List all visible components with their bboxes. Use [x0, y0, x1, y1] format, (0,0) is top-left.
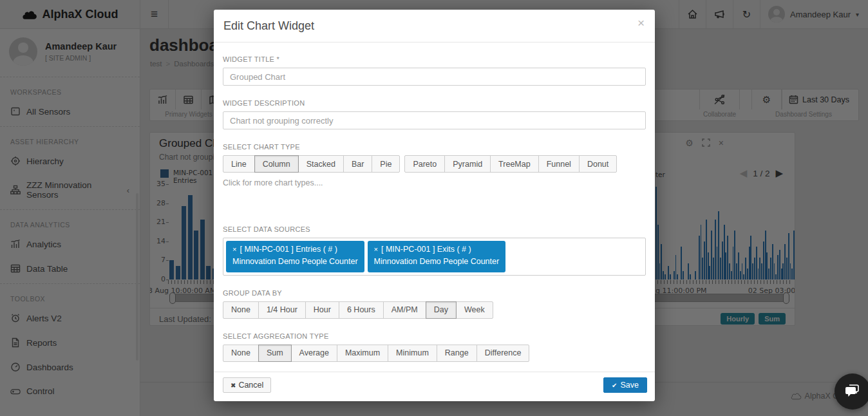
widget-description-label: WIDGET DESCRIPTION	[223, 99, 646, 107]
chart-type-button-donut[interactable]: Donut	[579, 155, 617, 173]
widget-title-label: WIDGET TITLE *	[223, 55, 646, 63]
modal-title: Edit Chart Widget	[223, 19, 314, 33]
chart-type-label: SELECT CHART TYPE	[223, 143, 646, 151]
group-by-button-am-pm[interactable]: AM/PM	[383, 301, 426, 319]
chart-type-button-pie[interactable]: Pie	[372, 155, 400, 173]
aggregation-button-maximum[interactable]: Maximum	[337, 345, 388, 362]
data-sources-select[interactable]: ×[ MIN-PC-001 ] Entries ( # ) Minnovatio…	[223, 238, 646, 276]
chat-launcher-button[interactable]	[835, 373, 868, 410]
data-sources-label: SELECT DATA SOURCES	[223, 225, 646, 233]
group-by-button-day[interactable]: Day	[426, 301, 457, 319]
chart-type-button-treemap[interactable]: TreeMap	[490, 155, 539, 173]
group-by-button-1-4-hour[interactable]: 1/4 Hour	[258, 301, 306, 319]
group-by-button-row: None1/4 HourHour6 HoursAM/PMDayWeek	[223, 301, 646, 319]
save-check-icon: ✔	[612, 382, 617, 389]
remove-tag-icon[interactable]: ×	[374, 245, 378, 253]
spacer	[223, 187, 646, 212]
chart-type-button-line[interactable]: Line	[223, 155, 255, 173]
group-by-button-6-hours[interactable]: 6 Hours	[339, 301, 384, 319]
chat-bubble-icon	[844, 383, 862, 400]
chart-type-button-funnel[interactable]: Funnel	[538, 155, 580, 173]
group-by-button-none[interactable]: None	[223, 301, 259, 319]
chart-type-button-stacked[interactable]: Stacked	[298, 155, 344, 173]
chart-type-group-1: LineColumnStackedBarPie	[223, 155, 400, 173]
cancel-x-icon: ✖	[231, 382, 236, 389]
remove-tag-icon[interactable]: ×	[232, 245, 236, 253]
aggregation-button-minimum[interactable]: Minimum	[388, 345, 437, 362]
save-button[interactable]: ✔ Save	[603, 377, 647, 393]
app-root: AlphaX Cloud ≡ ↻ Amandeep Kaur ▾ Amandee…	[0, 0, 868, 416]
aggregation-button-sum[interactable]: Sum	[258, 345, 292, 362]
aggregation-group: NoneSumAverageMaximumMinimumRangeDiffere…	[223, 345, 529, 362]
chart-type-button-bar[interactable]: Bar	[343, 155, 372, 173]
more-chart-types-link[interactable]: Click for more chart types....	[223, 178, 646, 187]
aggregation-button-row: NoneSumAverageMaximumMinimumRangeDiffere…	[223, 345, 646, 362]
group-by-group: None1/4 HourHour6 HoursAM/PMDayWeek	[223, 301, 493, 319]
widget-description-input[interactable]	[223, 111, 646, 129]
modal-body: WIDGET TITLE * WIDGET DESCRIPTION SELECT…	[214, 55, 655, 362]
aggregation-button-range[interactable]: Range	[437, 345, 477, 362]
widget-title-input[interactable]	[223, 68, 646, 86]
group-by-label: GROUP DATA BY	[223, 289, 646, 297]
group-by-button-week[interactable]: Week	[456, 301, 493, 319]
aggregation-button-difference[interactable]: Difference	[476, 345, 530, 362]
aggregation-button-average[interactable]: Average	[291, 345, 337, 362]
chart-type-button-column[interactable]: Column	[254, 155, 299, 173]
chart-type-group-2: ParetoPyramidTreeMapFunnelDonut	[404, 155, 617, 173]
modal-close-icon[interactable]: ×	[637, 16, 645, 30]
cancel-button[interactable]: ✖ Cancel	[223, 377, 271, 393]
edit-chart-widget-modal: Edit Chart Widget × WIDGET TITLE * WIDGE…	[214, 10, 655, 401]
group-by-button-hour[interactable]: Hour	[305, 301, 339, 319]
modal-header: Edit Chart Widget ×	[214, 10, 655, 43]
aggregation-button-none[interactable]: None	[223, 345, 259, 362]
aggregation-label: SELECT AGGREGATION TYPE	[223, 332, 646, 340]
chart-type-button-pareto[interactable]: Pareto	[404, 155, 445, 173]
modal-footer: ✖ Cancel ✔ Save	[214, 372, 655, 401]
chart-type-button-row: LineColumnStackedBarPie ParetoPyramidTre…	[223, 155, 646, 173]
chart-type-button-pyramid[interactable]: Pyramid	[444, 155, 491, 173]
data-source-tag: ×[ MIN-PC-001 ] Entries ( # ) Minnovatio…	[226, 241, 364, 272]
data-source-tag: ×[ MIN-PC-001 ] Exits ( # ) Minnovation …	[368, 241, 506, 272]
